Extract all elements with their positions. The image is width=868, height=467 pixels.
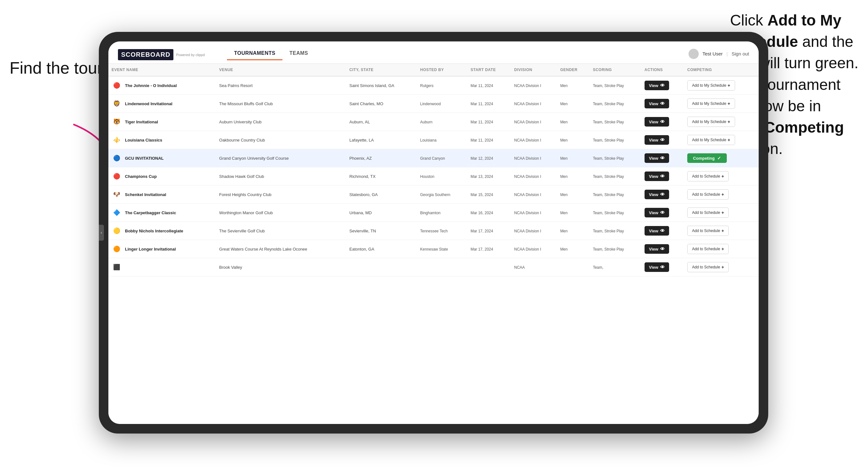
host-cell: Binghamton [417,204,467,222]
check-icon: ✓ [717,156,721,161]
view-button[interactable]: View 👁 [645,172,669,181]
team-logo-icon: 🔵 [112,153,122,163]
venue-name: Forest Heights Country Club [219,192,272,197]
city-cell: Urbana, MD [346,204,417,222]
tab-teams[interactable]: TEAMS [282,47,315,60]
date-cell: Mar 15, 2024 [467,186,511,204]
add-to-schedule-button[interactable]: Add to My Schedule + [687,98,735,109]
scoring-cell: Team, [590,258,641,276]
table-row: 🐶 Schenkel Invitational Forest Heights C… [108,186,759,204]
division-cell: NCAA Division I [511,149,557,167]
division-cell: NCAA Division I [511,95,557,113]
venue-name: The Missouri Bluffs Golf Club [219,101,273,106]
team-logo-icon: 🔷 [112,208,122,218]
view-button[interactable]: View 👁 [645,190,669,199]
actions-cell: View 👁 [641,167,684,186]
add-schedule-label: Add to Schedule [692,174,720,179]
competing-cell: Competing ✓ [684,149,759,167]
division-cell: NCAA Division I [511,76,557,95]
team-logo-icon: 🐶 [112,189,122,199]
event-name: Linger Longer Invitational [125,247,176,251]
logo-subtitle: Powered by clippd [176,53,205,57]
add-to-schedule-button[interactable]: Add to Schedule + [687,208,729,218]
view-button[interactable]: View 👁 [645,135,669,145]
col-venue: VENUE [216,64,346,76]
competing-button[interactable]: Competing ✓ [687,153,727,163]
hosted-by: Louisiana [420,138,436,143]
view-button[interactable]: View 👁 [645,153,669,163]
start-date: Mar 17, 2024 [470,247,493,251]
hosted-by: Auburn [420,120,433,124]
view-button[interactable]: View 👁 [645,208,669,217]
sign-out-link[interactable]: Sign out [732,51,749,56]
add-to-schedule-button[interactable]: Add to My Schedule + [687,80,735,91]
add-to-schedule-button[interactable]: Add to My Schedule + [687,135,735,145]
view-button[interactable]: View 👁 [645,117,669,127]
actions-cell: View 👁 [641,222,684,240]
add-to-schedule-button[interactable]: Add to Schedule + [687,226,729,236]
event-name-cell: ⚜️ Louisiana Classics [108,131,216,149]
tab-tournaments[interactable]: TOURNAMENTS [227,47,282,60]
date-cell: Mar 17, 2024 [467,240,511,258]
actions-cell: View 👁 [641,258,684,276]
table-row: 🐯 Tiger Invitational Auburn University C… [108,113,759,131]
add-to-schedule-button[interactable]: Add to Schedule + [687,262,729,272]
view-label: View [649,228,658,234]
actions-cell: View 👁 [641,186,684,204]
event-name-cell: ⬛ [108,258,216,276]
date-cell: Mar 11, 2024 [467,95,511,113]
event-name-cell: 🟡 Bobby Nichols Intercollegiate [108,222,216,240]
start-date: Mar 15, 2024 [470,192,493,197]
division: NCAA Division I [514,84,541,88]
venue-cell: Worthington Manor Golf Club [216,204,346,222]
city-state: Richmond, TX [349,174,375,179]
col-competing: COMPETING [684,64,759,76]
gender-cell: Men [557,204,590,222]
team-logo-icon: ⬛ [112,262,122,272]
date-cell: Mar 11, 2024 [467,131,511,149]
venue-cell: Auburn University Club [216,113,346,131]
add-to-schedule-button[interactable]: Add to My Schedule + [687,117,735,127]
gender-cell: Men [557,131,590,149]
actions-cell: View 👁 [641,204,684,222]
add-to-schedule-button[interactable]: Add to Schedule + [687,171,729,181]
add-to-schedule-button[interactable]: Add to Schedule + [687,244,729,254]
start-date: Mar 16, 2024 [470,211,493,215]
view-button[interactable]: View 👁 [645,226,669,236]
date-cell: Mar 11, 2024 [467,76,511,95]
venue-cell: Brook Valley [216,258,346,276]
avatar [688,49,699,59]
gender-cell: Men [557,113,590,131]
plus-icon: + [721,228,724,234]
team-logo-icon: 🔴 [112,171,122,181]
plus-icon: + [727,119,730,124]
division-cell: NCAA Division I [511,167,557,186]
col-gender: GENDER [557,64,590,76]
date-cell [467,258,511,276]
table-row: 🔵 GCU INVITATIONAL Grand Canyon Universi… [108,149,759,167]
division-cell: NCAA Division I [511,222,557,240]
host-cell: Houston [417,167,467,186]
view-button[interactable]: View 👁 [645,262,669,272]
division-cell: NCAA Division I [511,113,557,131]
view-button[interactable]: View 👁 [645,99,669,108]
hosted-by: Georgia Southern [420,192,451,197]
scoring: Team, Stroke Play [593,102,624,106]
table-header-row: EVENT NAME VENUE CITY, STATE HOSTED BY S… [108,64,759,76]
view-button[interactable]: View 👁 [645,81,669,90]
venue-cell: The Missouri Bluffs Golf Club [216,95,346,113]
city-state: Phoenix, AZ [349,156,372,161]
competing-cell: Add to My Schedule + [684,95,759,113]
view-button[interactable]: View 👁 [645,244,669,254]
venue-cell: Grand Canyon University Golf Course [216,149,346,167]
event-name: Lindenwood Invitational [125,101,173,106]
actions-cell: View 👁 [641,113,684,131]
table-row: 🔴 Champions Cup Shadow Hawk Golf Club Ri… [108,167,759,186]
eye-icon: 👁 [660,192,664,197]
add-schedule-label: Add to My Schedule [692,138,726,142]
venue-name: Great Waters Course At Reynolds Lake Oco… [219,247,307,251]
add-to-schedule-button[interactable]: Add to Schedule + [687,189,729,199]
city-cell: Richmond, TX [346,167,417,186]
hosted-by: Kennesaw State [420,247,448,251]
actions-cell: View 👁 [641,240,684,258]
